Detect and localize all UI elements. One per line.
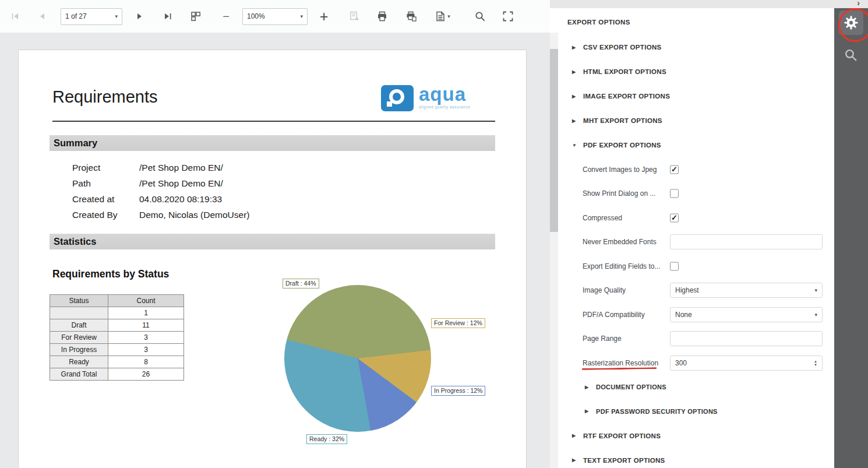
spinner-arrows[interactable]: ▲▼ <box>814 360 817 367</box>
section-label: IMAGE EXPORT OPTIONS <box>583 93 670 100</box>
zoom-selector-value: 100% <box>247 12 265 20</box>
rasterization-resolution-spinner[interactable]: 300 ▲▼ <box>670 356 823 371</box>
collapse-panel-chevron-icon[interactable]: › <box>857 0 860 8</box>
section-html-export-options[interactable]: ▶ HTML EXPORT OPTIONS <box>558 59 834 84</box>
chevron-down-icon: ▾ <box>110 13 118 19</box>
section-label: CSV EXPORT OPTIONS <box>583 44 661 51</box>
first-page-button[interactable] <box>6 6 24 26</box>
section-rtf-export-options[interactable]: ▶ RTF EXPORT OPTIONS <box>558 424 834 448</box>
chevron-down-icon: ▾ <box>814 312 817 318</box>
option-label: Rasterization Resolution <box>583 359 658 367</box>
option-compressed: Compressed ✓ <box>558 206 834 230</box>
pie-label-in-progress: In Progress : 12% <box>431 386 485 396</box>
count-cell: 8 <box>108 356 184 368</box>
section-image-export-options[interactable]: ▶ IMAGE EXPORT OPTIONS <box>558 84 834 108</box>
export-file-icon <box>435 10 446 22</box>
previous-page-button[interactable] <box>33 6 51 26</box>
status-cell: Grand Total <box>50 368 108 381</box>
compressed-checkbox[interactable]: ✓ <box>670 213 679 222</box>
summary-value: 04.08.2020 08:19:33 <box>139 194 222 204</box>
zoom-out-icon: − <box>223 10 230 22</box>
summary-label: Created By <box>72 210 139 220</box>
option-image-quality: Image Quality Highest ▾ <box>558 279 834 303</box>
table-row: Draft11 <box>50 319 184 332</box>
section-csv-export-options[interactable]: ▶ CSV EXPORT OPTIONS <box>558 35 834 59</box>
export-to-dropdown-button[interactable]: ▾ <box>430 6 456 26</box>
pie-label-for-review: For Review : 12% <box>431 318 485 328</box>
title-divider <box>52 121 495 122</box>
export-document-button[interactable] <box>345 6 364 26</box>
export-settings-button[interactable] <box>839 10 863 35</box>
option-label: Never Embedded Fonts <box>583 238 657 246</box>
vertical-scrollbar[interactable] <box>550 33 558 468</box>
fullscreen-icon <box>502 10 514 22</box>
document-viewport[interactable]: Requirements aqua aligned quality assura… <box>0 33 550 468</box>
never-embedded-fonts-input[interactable] <box>670 234 823 249</box>
section-label: TEXT EXPORT OPTIONS <box>583 457 665 464</box>
summary-value: Demo, Nicolas (DemoUser) <box>139 210 249 220</box>
count-cell: 3 <box>108 332 184 344</box>
section-document-options[interactable]: ▶ DOCUMENT OPTIONS <box>558 375 834 400</box>
section-mht-export-options[interactable]: ▶ MHT EXPORT OPTIONS <box>558 108 834 133</box>
zoom-selector[interactable]: 100% ▾ <box>242 8 308 25</box>
check-icon: ✓ <box>671 164 678 173</box>
column-header-status: Status <box>50 295 108 307</box>
table-row: In Progress3 <box>50 344 184 356</box>
panel-title: EXPORT OPTIONS <box>567 19 834 26</box>
zoom-in-button[interactable]: + <box>315 6 333 26</box>
zoom-out-button[interactable]: − <box>217 6 235 26</box>
status-count-table: Status Count 1 Draft11 For Review3 In Pr… <box>50 294 184 381</box>
section-pdf-password-security-options[interactable]: ▶ PDF PASSWORD SECURITY OPTIONS <box>558 399 834 424</box>
print-page-button[interactable] <box>402 6 421 26</box>
section-pdf-export-options[interactable]: ▼ PDF EXPORT OPTIONS <box>558 133 834 157</box>
image-quality-select[interactable]: Highest ▾ <box>670 283 823 298</box>
fullscreen-button[interactable] <box>499 6 517 26</box>
report-title: Requirements <box>52 87 158 107</box>
export-editing-fields-checkbox[interactable]: ✓ <box>670 262 679 270</box>
option-label: Image Quality <box>583 286 626 294</box>
count-cell: 3 <box>108 344 184 356</box>
section-label: MHT EXPORT OPTIONS <box>583 117 662 124</box>
option-label: Compressed <box>583 214 622 222</box>
spinner-down-icon[interactable]: ▼ <box>814 363 817 367</box>
summary-section-header: Summary <box>50 135 495 151</box>
option-label: Show Print Dialog on ... <box>583 189 655 198</box>
toolbar-search-button[interactable] <box>471 6 489 26</box>
export-document-icon <box>348 10 360 22</box>
triangle-collapsed-icon: ▶ <box>572 45 578 50</box>
viewer-toolbar: 1 of 27 ▾ − 100% ▾ + ▾ <box>0 0 550 33</box>
status-cell: Ready <box>50 356 108 368</box>
multipage-view-button[interactable] <box>186 6 205 26</box>
option-label: PDF/A Compatibility <box>583 311 645 319</box>
page-selector[interactable]: 1 of 27 ▾ <box>61 8 122 25</box>
printer-page-icon <box>405 10 417 22</box>
summary-label: Project <box>72 163 139 173</box>
section-label: RTF EXPORT OPTIONS <box>583 432 661 439</box>
summary-label: Path <box>72 178 139 189</box>
page-range-input[interactable] <box>670 331 823 346</box>
chevron-down-icon: ▾ <box>447 13 450 19</box>
printer-icon <box>376 10 388 22</box>
next-page-button[interactable] <box>130 6 149 26</box>
print-button[interactable] <box>373 6 391 26</box>
option-label: Convert Images to Jpeg <box>583 166 657 174</box>
summary-value: /Pet Shop Demo EN/ <box>139 178 223 188</box>
triangle-collapsed-icon: ▶ <box>585 385 591 390</box>
chevron-down-icon: ▾ <box>295 13 303 19</box>
convert-images-checkbox[interactable]: ✓ <box>670 165 679 174</box>
aqua-logo-mark <box>381 85 414 111</box>
aqua-logo-word: aqua <box>419 85 470 103</box>
status-cell: For Review <box>50 332 108 344</box>
panel-search-button[interactable] <box>844 48 858 65</box>
report-page: Requirements aqua aligned quality assura… <box>19 50 526 468</box>
table-row: For Review3 <box>50 332 184 344</box>
last-page-button[interactable] <box>158 6 177 26</box>
pdfa-compatibility-select[interactable]: None ▾ <box>670 307 823 322</box>
aqua-logo-tagline: aligned quality assurance <box>419 105 470 109</box>
show-print-dialog-checkbox[interactable]: ✓ <box>670 189 679 198</box>
section-text-export-options[interactable]: ▶ TEXT EXPORT OPTIONS <box>558 448 834 468</box>
statistics-section-header: Statistics <box>50 234 495 249</box>
triangle-expanded-icon: ▼ <box>572 143 578 148</box>
scrollbar-thumb[interactable] <box>550 49 558 232</box>
triangle-collapsed-icon: ▶ <box>572 69 578 75</box>
